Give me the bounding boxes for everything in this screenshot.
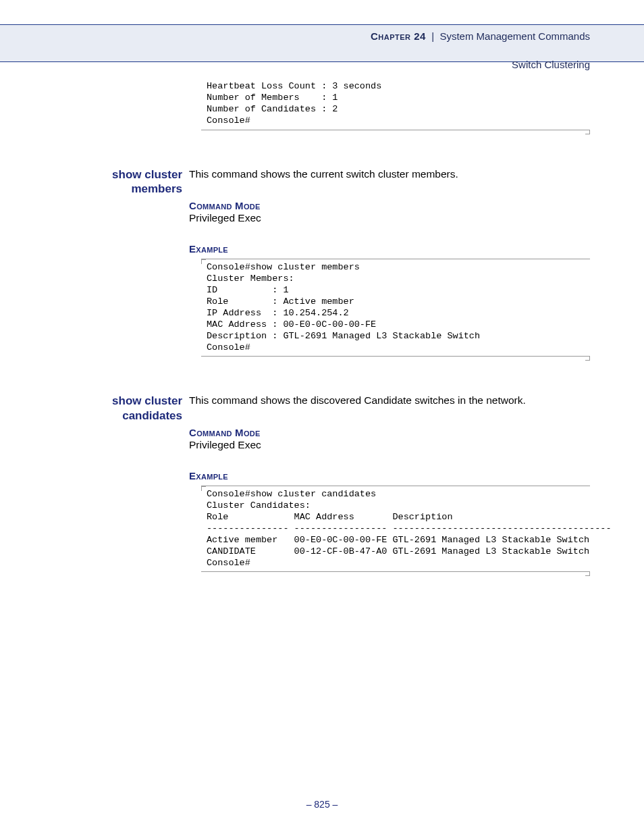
- page-header: Chapter 24 | System Management Commands …: [0, 24, 644, 62]
- command-section: show cluster candidates This command sho…: [101, 394, 590, 572]
- code-rule: [201, 486, 590, 486]
- header-text: Chapter 24 | System Management Commands …: [354, 15, 590, 72]
- command-mode-label: Command Mode: [189, 427, 590, 438]
- code-rule: [201, 571, 590, 572]
- command-description: This command shows the current switch cl…: [189, 167, 590, 182]
- page-content: Heartbeat Loss Count : 3 seconds Number …: [0, 81, 644, 572]
- code-block-example: Console#show cluster candidates Cluster …: [201, 489, 590, 569]
- command-description: This command shows the discovered Candid…: [189, 394, 590, 408]
- code-rule: [201, 259, 590, 259]
- code-rule: [201, 356, 590, 357]
- command-mode-label: Command Mode: [189, 200, 590, 211]
- chapter-label: Chapter 24: [371, 30, 426, 42]
- code-rule: [201, 130, 590, 130]
- code-block-example: Console#show cluster members Cluster Mem…: [201, 262, 590, 353]
- command-section: show cluster members This command shows …: [101, 167, 590, 357]
- header-separator: |: [426, 30, 440, 42]
- command-mode-value: Privileged Exec: [189, 439, 590, 451]
- page-number: – 825 –: [0, 799, 644, 810]
- command-mode-value: Privileged Exec: [189, 212, 590, 224]
- chapter-title: System Management Commands: [439, 30, 590, 42]
- example-label: Example: [189, 470, 590, 481]
- example-label: Example: [189, 243, 590, 255]
- command-name: show cluster members: [98, 167, 182, 197]
- command-name: show cluster candidates: [98, 394, 182, 423]
- code-block-intro: Heartbeat Loss Count : 3 seconds Number …: [201, 81, 590, 127]
- header-subtitle: Switch Clustering: [354, 57, 590, 72]
